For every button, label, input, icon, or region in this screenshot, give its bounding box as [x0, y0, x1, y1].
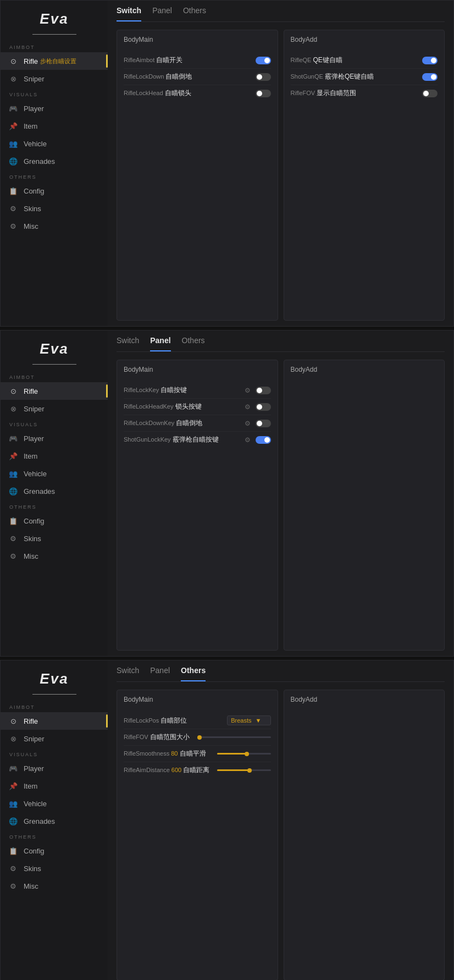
sidebar-item-sniper[interactable]: ⊗ Sniper [1, 70, 108, 87]
setting-row: RifleQE QE键自瞄 [291, 52, 438, 69]
sidebar-item-label: Misc [24, 552, 38, 560]
gear-icon[interactable]: ⚙ [243, 436, 252, 444]
item-icon: 📌 [8, 451, 18, 461]
toggle-switch[interactable] [256, 73, 271, 81]
slider-track[interactable] [217, 753, 270, 755]
sidebar-item-item[interactable]: 📌 Item [1, 777, 108, 795]
sidebar-item-skins[interactable]: ⚙ Skins [1, 860, 108, 877]
sidebar-item-label: Item [24, 122, 37, 130]
panel-section-panel-panel: Eva AIMBOT ⊙ Rifle ⊗ Sniper VISUALS 🎮 Pl… [0, 330, 454, 657]
toggle-switch[interactable] [256, 420, 271, 427]
dropdown[interactable]: Breasts ▼ [227, 715, 270, 725]
sidebar-item-config[interactable]: 📋 Config [1, 842, 108, 860]
setting-name: RifleQE QE键自瞄 [291, 56, 423, 65]
sidebar-item-label: Grenades [24, 487, 55, 495]
toggle-switch[interactable] [256, 57, 271, 64]
slider-handle[interactable] [245, 752, 249, 756]
body-add-title: BodyAdd [291, 696, 438, 707]
vehicle-icon: 👥 [8, 799, 18, 808]
toggle-switch[interactable] [422, 90, 438, 97]
sidebar-item-item[interactable]: 📌 Item [1, 447, 108, 465]
tab-bar: SwitchPanelOthers [117, 666, 445, 682]
sidebar-item-sniper[interactable]: ⊗ Sniper [1, 730, 108, 747]
body-add-title: BodyAdd [291, 36, 438, 47]
sidebar-item-player[interactable]: 🎮 Player [1, 430, 108, 447]
sidebar-item-grenades[interactable]: 🌐 Grenades [1, 482, 108, 500]
sidebar-item-misc[interactable]: ⚙ Misc [1, 217, 108, 235]
sidebar-item-grenades[interactable]: 🌐 Grenades [1, 152, 108, 170]
sidebar-item-skins[interactable]: ⚙ Skins [1, 200, 108, 217]
tab-panel[interactable]: Panel [150, 336, 170, 348]
tab-panel[interactable]: Panel [152, 6, 172, 18]
sidebar-item-vehicle[interactable]: 👥 Vehicle [1, 135, 108, 152]
sidebar-item-config[interactable]: 📋 Config [1, 182, 108, 200]
sidebar-item-label: Grenades [24, 157, 55, 166]
sidebar-item-label: Sniper [24, 405, 45, 413]
sidebar-item-rifle[interactable]: ⊙ Rifle [1, 712, 108, 730]
sidebar-item-grenades[interactable]: 🌐 Grenades [1, 812, 108, 830]
sidebar-item-vehicle[interactable]: 👥 Vehicle [1, 795, 108, 812]
section-label: AIMBOT [1, 40, 108, 52]
slider-track[interactable] [200, 736, 271, 738]
sidebar-item-player[interactable]: 🎮 Player [1, 100, 108, 117]
tab-switch[interactable]: Switch [117, 666, 139, 678]
setting-row: RifleLockKey 自瞄按键 ⚙ [124, 382, 271, 399]
sidebar-item-misc[interactable]: ⚙ Misc [1, 547, 108, 565]
sidebar-item-rifle[interactable]: ⊙ Rifle [1, 382, 108, 400]
tab-switch[interactable]: Switch [117, 6, 141, 18]
sidebar-item-misc[interactable]: ⚙ Misc [1, 877, 108, 895]
toggle-switch[interactable] [256, 436, 271, 444]
setting-row: RifleFOV 自瞄范围大小 [124, 729, 271, 746]
tab-others[interactable]: Others [182, 336, 205, 348]
config-icon: 📋 [8, 516, 18, 526]
tab-others[interactable]: Others [181, 666, 206, 678]
slider-fill [217, 753, 247, 755]
toggle-dot [431, 58, 436, 63]
active-bar [106, 714, 108, 728]
setting-row: ShotGunLockKey 霰弹枪自瞄按键 ⚙ [124, 432, 271, 448]
sidebar-item-skins[interactable]: ⚙ Skins [1, 530, 108, 547]
sidebar-item-label: Skins [24, 865, 41, 873]
setting-row: ShotGunQE 霰弹枪QE键自瞄 [291, 69, 438, 85]
sidebar-item-vehicle[interactable]: 👥 Vehicle [1, 465, 108, 482]
sidebar-item-player[interactable]: 🎮 Player [1, 759, 108, 777]
setting-name: RifleAimDistance 600 自瞄距离 [124, 766, 213, 775]
sidebar-item-sniper[interactable]: ⊗ Sniper [1, 400, 108, 417]
gear-icon[interactable]: ⚙ [243, 386, 252, 395]
toggle-switch[interactable] [256, 90, 271, 97]
slider-handle[interactable] [197, 735, 202, 740]
vehicle-icon: 👥 [8, 469, 18, 478]
misc-icon: ⚙ [8, 551, 18, 561]
item-icon: 📌 [8, 781, 18, 791]
setting-name: RifleSmoothness 80 自瞄平滑 [124, 749, 213, 758]
toggle-switch[interactable] [422, 73, 438, 81]
slider-track[interactable] [217, 769, 270, 771]
body-add-box: BodyAdd RifleQE QE键自瞄 ShotGunQE 霰弹枪QE键自瞄… [284, 30, 445, 321]
sidebar-item-config[interactable]: 📋 Config [1, 512, 108, 530]
sidebar-item-item[interactable]: 📌 Item [1, 117, 108, 135]
main-content: SwitchPanelOthers BodyMain RifleLockPos … [108, 660, 453, 980]
sidebar-item-label: Config [24, 517, 45, 525]
body-main-title: BodyMain [124, 696, 271, 707]
toggle-switch[interactable] [256, 403, 271, 411]
sidebar-item-label: Config [24, 847, 45, 855]
gear-icon[interactable]: ⚙ [243, 403, 252, 411]
gear-icon[interactable]: ⚙ [243, 419, 252, 428]
setting-row: RifleLockDownKey 自瞄倒地 ⚙ [124, 415, 271, 432]
tab-others[interactable]: Others [183, 6, 206, 18]
sidebar: Eva AIMBOT ⊙ Rifle ⊗ Sniper VISUALS 🎮 Pl… [1, 331, 108, 656]
setting-name: ShotGunQE 霰弹枪QE键自瞄 [291, 72, 423, 81]
tab-panel[interactable]: Panel [150, 666, 170, 678]
toggle-dot [431, 74, 436, 80]
tab-switch[interactable]: Switch [117, 336, 139, 348]
toggle-switch[interactable] [422, 57, 438, 64]
toggle-switch[interactable] [256, 387, 271, 394]
setting-name: RifleFOV 显示自瞄范围 [291, 89, 423, 98]
slider-handle[interactable] [247, 768, 252, 773]
sidebar-item-label: Misc [24, 882, 38, 890]
skins-icon: ⚙ [8, 533, 18, 543]
setting-row: RifleLockPos 自瞄部位 Breasts ▼ [124, 712, 271, 729]
sidebar-item-rifle[interactable]: ⊙ Rifle 步枪自瞄设置 [1, 52, 108, 70]
setting-row: RifleLockHead 自瞄锁头 [124, 85, 271, 101]
body-add-box: BodyAdd [284, 360, 445, 651]
